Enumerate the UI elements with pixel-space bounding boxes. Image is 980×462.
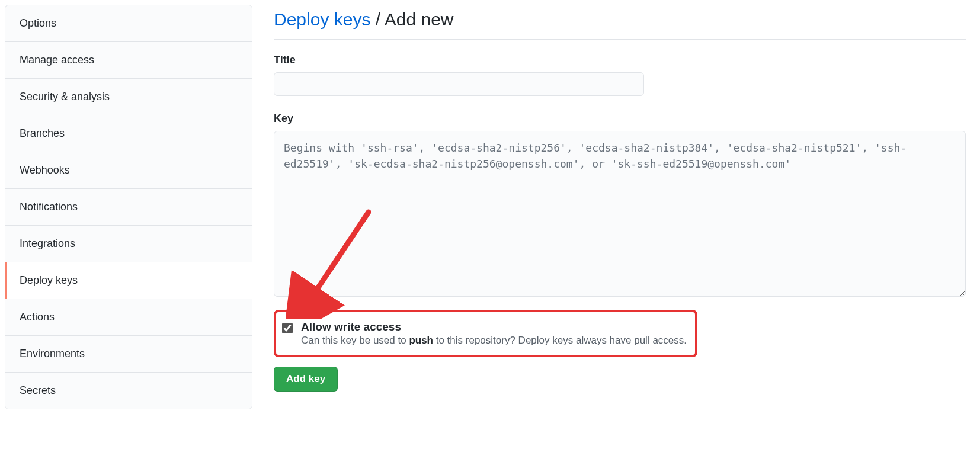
sidebar-item-label: Webhooks xyxy=(20,164,70,176)
allow-write-access-checkbox[interactable] xyxy=(282,323,293,333)
breadcrumb-current: Add new xyxy=(385,9,454,29)
title-input[interactable] xyxy=(274,72,644,96)
sidebar-item-label: Deploy keys xyxy=(20,274,78,286)
add-key-button[interactable]: Add key xyxy=(274,367,338,392)
sidebar-item-label: Actions xyxy=(20,311,55,323)
sidebar-item-secrets[interactable]: Secrets xyxy=(5,373,252,409)
sidebar-item-integrations[interactable]: Integrations xyxy=(5,226,252,262)
sidebar-item-actions[interactable]: Actions xyxy=(5,299,252,336)
sidebar-item-label: Environments xyxy=(20,348,85,360)
sidebar-item-branches[interactable]: Branches xyxy=(5,116,252,152)
key-textarea[interactable] xyxy=(274,131,966,297)
main-content: Deploy keys / Add new Title Key Allow wr… xyxy=(274,5,975,409)
sidebar-item-security-analysis[interactable]: Security & analysis xyxy=(5,79,252,116)
key-label: Key xyxy=(274,113,966,125)
allow-write-access-label: Allow write access xyxy=(301,320,687,333)
sidebar-item-options[interactable]: Options xyxy=(5,5,252,42)
breadcrumb-sep: / xyxy=(370,9,384,29)
sidebar-item-label: Notifications xyxy=(20,201,78,213)
sidebar-item-webhooks[interactable]: Webhooks xyxy=(5,152,252,189)
settings-sidebar: Options Manage access Security & analysi… xyxy=(5,5,252,409)
sidebar-item-manage-access[interactable]: Manage access xyxy=(5,42,252,79)
sidebar-item-label: Manage access xyxy=(20,54,94,66)
sidebar-item-deploy-keys[interactable]: Deploy keys xyxy=(5,262,252,299)
page-header: Deploy keys / Add new xyxy=(274,9,966,40)
sidebar-item-label: Secrets xyxy=(20,384,56,396)
sidebar-item-label: Integrations xyxy=(20,238,75,249)
sidebar-item-label: Options xyxy=(20,17,56,29)
breadcrumb-link[interactable]: Deploy keys xyxy=(274,9,370,29)
sidebar-item-label: Security & analysis xyxy=(20,91,110,102)
allow-write-access-desc: Can this key be used to push to this rep… xyxy=(301,335,687,346)
sidebar-item-label: Branches xyxy=(20,127,65,139)
allow-write-access-highlight: Allow write access Can this key be used … xyxy=(274,310,697,357)
allow-write-access-text: Allow write access Can this key be used … xyxy=(301,320,687,346)
sidebar-item-environments[interactable]: Environments xyxy=(5,336,252,373)
title-label: Title xyxy=(274,54,966,66)
sidebar-item-notifications[interactable]: Notifications xyxy=(5,189,252,226)
